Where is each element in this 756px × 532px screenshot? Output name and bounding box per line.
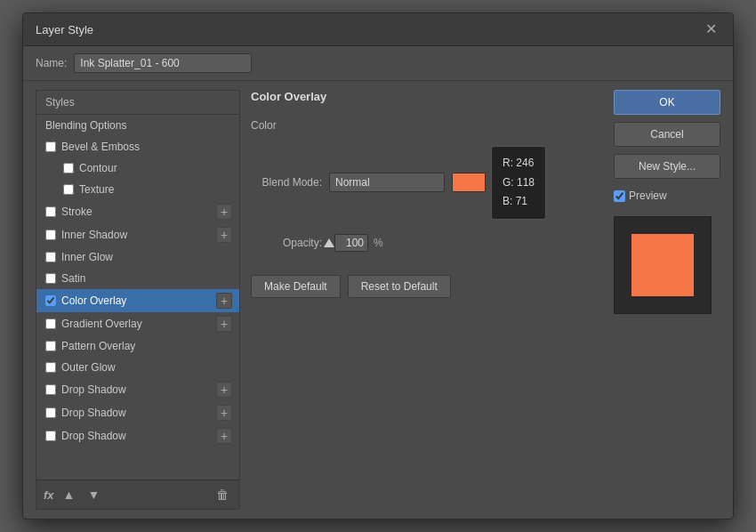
inner-glow-checkbox[interactable] (45, 252, 56, 262)
texture-label: Texture (79, 183, 232, 196)
sidebar-item-satin[interactable]: Satin (36, 268, 239, 289)
center-panel: Color Overlay Color Blend Mode: Normal D… (251, 90, 603, 510)
satin-checkbox[interactable] (45, 273, 56, 284)
drop-shadow-1-label: Drop Shadow (61, 383, 216, 396)
right-panel: OK Cancel New Style... Preview (614, 90, 720, 510)
section-title: Color Overlay (251, 90, 603, 103)
rgb-tooltip: R: 246 G: 118 B: 71 (491, 146, 546, 220)
sidebar-item-drop-shadow-3[interactable]: Drop Shadow + (36, 424, 239, 447)
opacity-input[interactable] (334, 234, 368, 252)
preview-row: Preview (614, 189, 720, 202)
color-swatch[interactable] (452, 173, 486, 192)
pattern-overlay-label: Pattern Overlay (61, 340, 232, 352)
stroke-checkbox[interactable] (45, 206, 56, 217)
pattern-overlay-checkbox[interactable] (45, 341, 56, 351)
move-down-button[interactable]: ▼ (84, 486, 103, 504)
title-bar: Layer Style ✕ (23, 13, 733, 46)
inner-glow-label: Inner Glow (61, 251, 232, 263)
reset-default-button[interactable]: Reset to Default (348, 275, 451, 298)
sidebar-item-color-overlay[interactable]: Color Overlay + (36, 289, 239, 312)
inner-shadow-label: Inner Shadow (61, 229, 216, 241)
stroke-label: Stroke (61, 206, 216, 218)
drop-shadow-3-label: Drop Shadow (61, 430, 216, 442)
outer-glow-checkbox[interactable] (45, 362, 56, 373)
left-panel: Styles Blending Options Bevel & Emboss C… (36, 90, 240, 510)
name-row: Name: (23, 46, 733, 81)
contour-checkbox[interactable] (63, 163, 74, 173)
gradient-overlay-label: Gradient Overlay (61, 318, 216, 330)
close-button[interactable]: ✕ (702, 22, 720, 36)
opacity-row: Opacity: % (251, 234, 603, 252)
percent-label: % (374, 237, 383, 249)
contour-label: Contour (79, 162, 232, 174)
sidebar-item-inner-glow[interactable]: Inner Glow (36, 246, 239, 268)
sidebar-item-texture[interactable]: Texture (36, 179, 239, 200)
sidebar-item-pattern-overlay[interactable]: Pattern Overlay (36, 335, 239, 357)
dialog-body: Styles Blending Options Bevel & Emboss C… (23, 81, 733, 519)
drop-shadow-1-checkbox[interactable] (45, 384, 56, 395)
cancel-button[interactable]: Cancel (614, 122, 720, 147)
color-overlay-plus-button[interactable]: + (216, 293, 232, 309)
rgb-g-value: 118 (517, 176, 535, 189)
sidebar-item-bevel-emboss[interactable]: Bevel & Emboss (36, 136, 239, 157)
rgb-r-value: 246 (516, 157, 534, 169)
rgb-b-value: 71 (516, 195, 527, 207)
sub-section-title: Color (251, 119, 603, 132)
inner-shadow-plus-button[interactable]: + (216, 227, 232, 243)
styles-header: Styles (36, 91, 239, 115)
drop-shadow-2-checkbox[interactable] (45, 407, 56, 418)
blend-mode-select[interactable]: Normal Dissolve Multiply Screen Overlay (329, 173, 445, 192)
inner-shadow-checkbox[interactable] (45, 230, 56, 240)
drop-shadow-3-checkbox[interactable] (45, 431, 56, 441)
name-input[interactable] (74, 53, 252, 73)
opacity-control: % (329, 234, 383, 252)
gradient-overlay-checkbox[interactable] (45, 318, 56, 329)
sidebar-item-drop-shadow-2[interactable]: Drop Shadow + (36, 401, 239, 424)
preview-square (631, 234, 694, 296)
layer-list: Styles Blending Options Bevel & Emboss C… (36, 91, 239, 480)
preview-checkbox[interactable] (614, 190, 625, 202)
blending-options-label: Blending Options (45, 119, 232, 132)
preview-area (614, 216, 712, 314)
left-panel-footer: fx ▲ ▼ 🗑 (36, 480, 239, 509)
sidebar-item-outer-glow[interactable]: Outer Glow (36, 357, 239, 378)
drop-shadow-1-plus-button[interactable]: + (216, 382, 232, 398)
layer-style-dialog: Layer Style ✕ Name: Styles Blending Opti… (22, 12, 734, 520)
sidebar-item-drop-shadow-1[interactable]: Drop Shadow + (36, 378, 239, 401)
fx-label: fx (44, 488, 54, 502)
color-overlay-checkbox[interactable] (45, 295, 56, 306)
name-label: Name: (36, 57, 67, 69)
bevel-emboss-label: Bevel & Emboss (61, 141, 232, 153)
opacity-label: Opacity: (251, 237, 322, 249)
satin-label: Satin (61, 272, 232, 285)
slider-thumb (324, 238, 334, 247)
sidebar-item-gradient-overlay[interactable]: Gradient Overlay + (36, 312, 239, 335)
move-up-button[interactable]: ▲ (60, 486, 79, 504)
blend-mode-row: Blend Mode: Normal Dissolve Multiply Scr… (251, 146, 603, 220)
sidebar-item-inner-shadow[interactable]: Inner Shadow + (36, 223, 239, 246)
color-overlay-label: Color Overlay (61, 294, 216, 307)
make-default-button[interactable]: Make Default (251, 275, 341, 298)
bevel-emboss-checkbox[interactable] (45, 141, 56, 152)
gradient-overlay-plus-button[interactable]: + (216, 316, 232, 332)
drop-shadow-2-plus-button[interactable]: + (216, 405, 232, 421)
texture-checkbox[interactable] (63, 184, 74, 195)
sidebar-item-contour[interactable]: Contour (36, 157, 239, 179)
button-row: Make Default Reset to Default (251, 275, 603, 298)
sidebar-item-blending-options[interactable]: Blending Options (36, 115, 239, 136)
color-swatch-wrap: R: 246 G: 118 B: 71 (452, 146, 546, 220)
drop-shadow-2-label: Drop Shadow (61, 407, 216, 419)
delete-button[interactable]: 🗑 (213, 486, 232, 504)
drop-shadow-3-plus-button[interactable]: + (216, 428, 232, 444)
outer-glow-label: Outer Glow (61, 361, 232, 374)
sidebar-item-stroke[interactable]: Stroke + (36, 200, 239, 223)
blend-mode-label: Blend Mode: (251, 176, 322, 189)
preview-label: Preview (629, 189, 667, 202)
stroke-plus-button[interactable]: + (216, 204, 232, 220)
dialog-title: Layer Style (36, 23, 93, 36)
new-style-button[interactable]: New Style... (614, 154, 720, 179)
ok-button[interactable]: OK (614, 90, 720, 115)
